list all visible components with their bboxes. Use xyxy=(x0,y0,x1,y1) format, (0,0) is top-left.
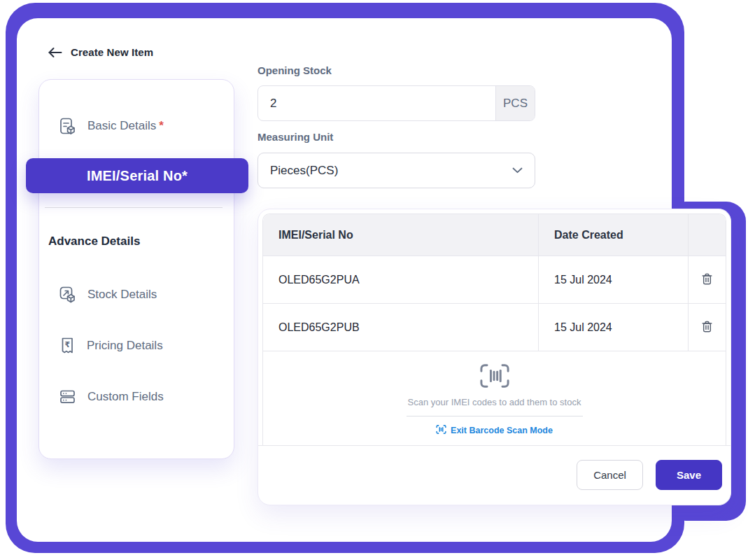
sidebar-item-label: Custom Fields xyxy=(87,390,164,404)
opening-stock-label: Opening Stock xyxy=(257,64,332,76)
sidebar-item-pricing-details[interactable]: ₹ Pricing Details xyxy=(59,335,163,356)
stock-box-icon xyxy=(59,286,77,304)
table-row: OLED65G2PUB 15 Jul 2024 xyxy=(263,304,726,351)
barcode-scan-zone: Scan your IMEI codes to add them to stoc… xyxy=(263,351,726,437)
measuring-unit-value: Pieces(PCS) xyxy=(270,164,338,178)
svg-text:₹: ₹ xyxy=(64,340,70,349)
sidebar-item-basic-details[interactable]: Basic Details* xyxy=(59,115,164,136)
sidebar-section-header: Advance Details xyxy=(48,234,140,248)
unit-suffix-badge: PCS xyxy=(495,86,535,120)
measuring-unit-select[interactable]: Pieces(PCS) xyxy=(257,153,535,188)
rupee-receipt-icon: ₹ xyxy=(59,337,76,355)
table-header-row: IMEI/Serial No Date Created xyxy=(263,214,726,256)
scan-hint-text: Scan your IMEI codes to add them to stoc… xyxy=(263,397,726,407)
sidebar-divider xyxy=(45,207,223,208)
trash-icon xyxy=(700,272,714,288)
delete-row-button[interactable] xyxy=(697,269,717,291)
imei-cell: OLED65G2PUB xyxy=(263,304,539,351)
delete-row-button[interactable] xyxy=(697,316,717,339)
opening-stock-input[interactable] xyxy=(258,86,495,120)
measuring-unit-label: Measuring Unit xyxy=(257,131,333,143)
sidebar-item-label: Pricing Details xyxy=(87,339,163,353)
active-item-label: IMEI/Serial No* xyxy=(87,168,188,184)
barcode-small-icon xyxy=(436,425,446,436)
sidebar-item-label: Basic Details* xyxy=(87,119,164,133)
exit-barcode-scan-link[interactable]: Exit Barcode Scan Mode xyxy=(436,425,553,436)
sidebar-item-stock-details[interactable]: Stock Details xyxy=(59,284,157,305)
page-title: Create New Item xyxy=(71,46,153,58)
date-cell: 15 Jul 2024 xyxy=(539,256,689,304)
trash-icon xyxy=(700,319,714,336)
imei-cell: OLED65G2PUA xyxy=(263,256,539,304)
chevron-down-icon xyxy=(512,167,523,174)
date-cell: 15 Jul 2024 xyxy=(539,304,689,351)
required-asterisk: * xyxy=(159,119,164,132)
column-header-date: Date Created xyxy=(539,214,689,256)
page-header: Create New Item xyxy=(48,46,153,58)
sidebar-item-imei-serial-active[interactable]: IMEI/Serial No* xyxy=(26,158,248,193)
imei-serial-modal: IMEI/Serial No Date Created OLED65G2PUA … xyxy=(257,209,731,505)
sidebar-item-custom-fields[interactable]: Custom Fields xyxy=(59,386,164,407)
barcode-scan-icon xyxy=(480,363,509,388)
imei-table: IMEI/Serial No Date Created OLED65G2PUA … xyxy=(262,214,726,445)
document-cube-icon xyxy=(59,117,77,136)
save-button[interactable]: Save xyxy=(656,460,722,490)
column-header-actions xyxy=(689,214,726,256)
back-arrow-icon[interactable] xyxy=(48,47,62,58)
stack-icon xyxy=(59,388,77,406)
sidebar: Basic Details* IMEI/Serial No* Advance D… xyxy=(38,79,234,459)
column-header-imei: IMEI/Serial No xyxy=(263,214,539,256)
table-row: OLED65G2PUA 15 Jul 2024 xyxy=(263,256,726,304)
exit-link-label: Exit Barcode Scan Mode xyxy=(451,426,553,435)
cancel-button[interactable]: Cancel xyxy=(577,460,643,490)
opening-stock-field: PCS xyxy=(257,85,535,121)
modal-footer: Cancel Save xyxy=(258,445,731,505)
sidebar-item-label: Stock Details xyxy=(87,288,157,302)
